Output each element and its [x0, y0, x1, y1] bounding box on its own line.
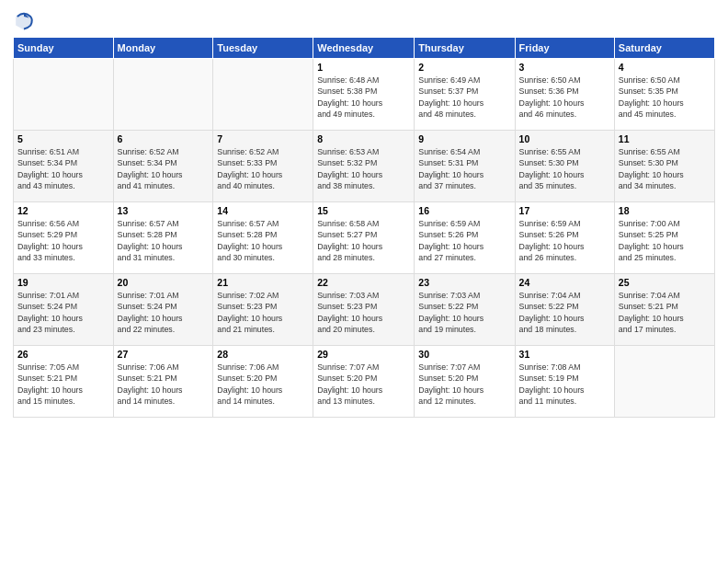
day-number: 28 — [217, 349, 309, 360]
day-info: Sunrise: 6:56 AMSunset: 5:29 PMDaylight:… — [17, 218, 109, 263]
calendar-cell: 16Sunrise: 6:59 AMSunset: 5:26 PMDayligh… — [415, 202, 515, 274]
calendar-cell — [113, 59, 213, 131]
day-number: 10 — [519, 133, 610, 144]
day-number: 26 — [17, 349, 109, 360]
day-number: 30 — [418, 349, 510, 360]
calendar-cell: 4Sunrise: 6:50 AMSunset: 5:35 PMDaylight… — [614, 59, 714, 131]
calendar-cell: 5Sunrise: 6:51 AMSunset: 5:34 PMDaylight… — [14, 131, 114, 202]
day-info: Sunrise: 7:05 AMSunset: 5:21 PMDaylight:… — [17, 362, 109, 407]
calendar-cell: 28Sunrise: 7:06 AMSunset: 5:20 PMDayligh… — [213, 346, 313, 418]
calendar-cell: 14Sunrise: 6:57 AMSunset: 5:28 PMDayligh… — [213, 202, 313, 274]
calendar-cell: 30Sunrise: 7:07 AMSunset: 5:20 PMDayligh… — [415, 346, 515, 418]
day-number: 12 — [17, 205, 109, 216]
day-number: 13 — [118, 205, 210, 216]
calendar-cell: 31Sunrise: 7:08 AMSunset: 5:19 PMDayligh… — [515, 346, 614, 418]
calendar-cell: 27Sunrise: 7:06 AMSunset: 5:21 PMDayligh… — [113, 346, 213, 418]
logo — [13, 9, 39, 31]
calendar-cell: 18Sunrise: 7:00 AMSunset: 5:25 PMDayligh… — [614, 202, 714, 274]
calendar-cell: 6Sunrise: 6:52 AMSunset: 5:34 PMDaylight… — [113, 131, 213, 202]
calendar-cell — [213, 59, 313, 131]
day-number: 18 — [619, 205, 711, 216]
calendar-cell: 20Sunrise: 7:01 AMSunset: 5:24 PMDayligh… — [113, 274, 213, 346]
day-info: Sunrise: 7:00 AMSunset: 5:25 PMDaylight:… — [619, 218, 711, 263]
day-info: Sunrise: 6:52 AMSunset: 5:34 PMDaylight:… — [118, 146, 210, 191]
calendar-cell: 12Sunrise: 6:56 AMSunset: 5:29 PMDayligh… — [14, 202, 114, 274]
day-info: Sunrise: 7:01 AMSunset: 5:24 PMDaylight:… — [118, 290, 210, 335]
day-info: Sunrise: 6:51 AMSunset: 5:34 PMDaylight:… — [17, 146, 109, 191]
day-number: 2 — [418, 62, 510, 73]
day-number: 20 — [118, 277, 210, 288]
day-number: 7 — [217, 133, 309, 144]
day-info: Sunrise: 6:57 AMSunset: 5:28 PMDaylight:… — [217, 218, 309, 263]
day-info: Sunrise: 6:55 AMSunset: 5:30 PMDaylight:… — [519, 146, 610, 191]
calendar-cell: 21Sunrise: 7:02 AMSunset: 5:23 PMDayligh… — [213, 274, 313, 346]
dow-header: Monday — [113, 38, 213, 59]
day-number: 24 — [519, 277, 610, 288]
day-info: Sunrise: 7:06 AMSunset: 5:20 PMDaylight:… — [217, 362, 309, 407]
logo-icon — [13, 9, 35, 31]
day-info: Sunrise: 6:59 AMSunset: 5:26 PMDaylight:… — [418, 218, 510, 263]
day-number: 17 — [519, 205, 610, 216]
day-number: 19 — [17, 277, 109, 288]
day-info: Sunrise: 7:04 AMSunset: 5:22 PMDaylight:… — [519, 290, 610, 335]
calendar-cell: 24Sunrise: 7:04 AMSunset: 5:22 PMDayligh… — [515, 274, 614, 346]
day-info: Sunrise: 7:01 AMSunset: 5:24 PMDaylight:… — [17, 290, 109, 335]
day-number: 14 — [217, 205, 309, 216]
day-info: Sunrise: 7:03 AMSunset: 5:23 PMDaylight:… — [317, 290, 410, 335]
dow-header: Friday — [515, 38, 614, 59]
day-info: Sunrise: 6:50 AMSunset: 5:35 PMDaylight:… — [619, 75, 711, 120]
calendar-cell: 8Sunrise: 6:53 AMSunset: 5:32 PMDaylight… — [313, 131, 415, 202]
day-number: 11 — [619, 133, 711, 144]
day-number: 29 — [317, 349, 410, 360]
day-number: 27 — [118, 349, 210, 360]
calendar-cell: 17Sunrise: 6:59 AMSunset: 5:26 PMDayligh… — [515, 202, 614, 274]
day-info: Sunrise: 7:03 AMSunset: 5:22 PMDaylight:… — [418, 290, 510, 335]
day-number: 15 — [317, 205, 410, 216]
day-number: 16 — [418, 205, 510, 216]
day-info: Sunrise: 6:53 AMSunset: 5:32 PMDaylight:… — [317, 146, 410, 191]
day-info: Sunrise: 6:55 AMSunset: 5:30 PMDaylight:… — [619, 146, 711, 191]
calendar-cell: 2Sunrise: 6:49 AMSunset: 5:37 PMDaylight… — [415, 59, 515, 131]
calendar-cell — [14, 59, 114, 131]
day-info: Sunrise: 6:54 AMSunset: 5:31 PMDaylight:… — [418, 146, 510, 191]
calendar-cell: 23Sunrise: 7:03 AMSunset: 5:22 PMDayligh… — [415, 274, 515, 346]
dow-header: Tuesday — [213, 38, 313, 59]
dow-header: Sunday — [14, 38, 114, 59]
calendar-cell: 1Sunrise: 6:48 AMSunset: 5:38 PMDaylight… — [313, 59, 415, 131]
day-info: Sunrise: 7:04 AMSunset: 5:21 PMDaylight:… — [619, 290, 711, 335]
calendar-cell: 26Sunrise: 7:05 AMSunset: 5:21 PMDayligh… — [14, 346, 114, 418]
calendar-cell — [614, 346, 714, 418]
day-info: Sunrise: 6:52 AMSunset: 5:33 PMDaylight:… — [217, 146, 309, 191]
day-info: Sunrise: 7:02 AMSunset: 5:23 PMDaylight:… — [217, 290, 309, 335]
day-number: 3 — [519, 62, 610, 73]
calendar-cell: 10Sunrise: 6:55 AMSunset: 5:30 PMDayligh… — [515, 131, 614, 202]
calendar-cell: 15Sunrise: 6:58 AMSunset: 5:27 PMDayligh… — [313, 202, 415, 274]
day-number: 1 — [317, 62, 410, 73]
calendar-cell: 19Sunrise: 7:01 AMSunset: 5:24 PMDayligh… — [14, 274, 114, 346]
day-number: 21 — [217, 277, 309, 288]
dow-header: Saturday — [614, 38, 714, 59]
calendar-cell: 29Sunrise: 7:07 AMSunset: 5:20 PMDayligh… — [313, 346, 415, 418]
day-info: Sunrise: 7:07 AMSunset: 5:20 PMDaylight:… — [317, 362, 410, 407]
calendar-cell: 3Sunrise: 6:50 AMSunset: 5:36 PMDaylight… — [515, 59, 614, 131]
day-info: Sunrise: 6:59 AMSunset: 5:26 PMDaylight:… — [519, 218, 610, 263]
day-number: 6 — [118, 133, 210, 144]
day-number: 4 — [619, 62, 711, 73]
dow-header: Thursday — [415, 38, 515, 59]
day-number: 9 — [418, 133, 510, 144]
day-info: Sunrise: 7:07 AMSunset: 5:20 PMDaylight:… — [418, 362, 510, 407]
calendar-table: SundayMondayTuesdayWednesdayThursdayFrid… — [13, 37, 715, 418]
day-info: Sunrise: 6:57 AMSunset: 5:28 PMDaylight:… — [118, 218, 210, 263]
day-info: Sunrise: 6:50 AMSunset: 5:36 PMDaylight:… — [519, 75, 610, 120]
calendar-cell: 13Sunrise: 6:57 AMSunset: 5:28 PMDayligh… — [113, 202, 213, 274]
calendar-cell: 25Sunrise: 7:04 AMSunset: 5:21 PMDayligh… — [614, 274, 714, 346]
day-number: 31 — [519, 349, 610, 360]
page-header — [13, 9, 715, 31]
day-info: Sunrise: 6:58 AMSunset: 5:27 PMDaylight:… — [317, 218, 410, 263]
day-info: Sunrise: 6:48 AMSunset: 5:38 PMDaylight:… — [317, 75, 410, 120]
day-info: Sunrise: 7:06 AMSunset: 5:21 PMDaylight:… — [118, 362, 210, 407]
calendar-cell: 9Sunrise: 6:54 AMSunset: 5:31 PMDaylight… — [415, 131, 515, 202]
dow-header: Wednesday — [313, 38, 415, 59]
calendar-cell: 22Sunrise: 7:03 AMSunset: 5:23 PMDayligh… — [313, 274, 415, 346]
day-info: Sunrise: 6:49 AMSunset: 5:37 PMDaylight:… — [418, 75, 510, 120]
